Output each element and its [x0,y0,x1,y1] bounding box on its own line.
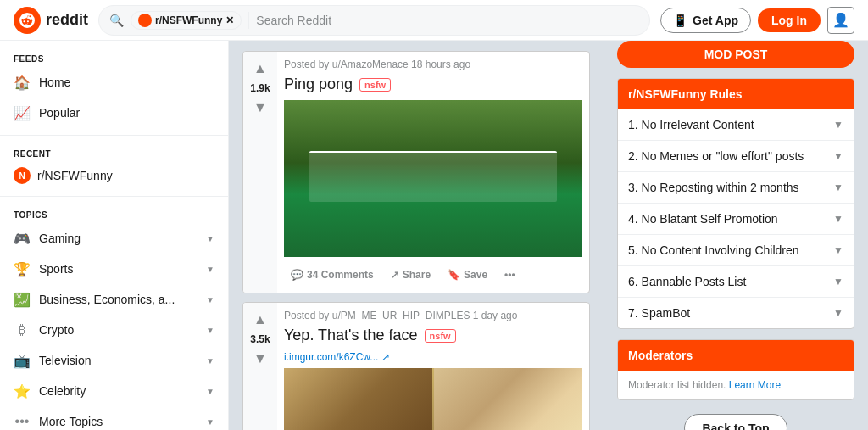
rule-chevron-2: ▼ [833,150,843,162]
external-link-icon: ↗ [381,351,390,363]
popular-icon: 📈 [14,104,31,121]
sports-label: Sports [39,262,198,276]
sidebar-item-popular[interactable]: 📈 Popular [0,98,228,128]
subreddit-dot [138,14,152,27]
sidebar-item-sports[interactable]: 🏆 Sports ▼ [0,254,228,284]
rule-text-2: 2. No Memes or "low effort" posts [628,149,804,163]
login-button[interactable]: Log In [758,8,821,32]
nsfw-funny-icon: N [14,167,31,184]
post-card-1: ▲ 1.9k ▼ Posted by u/AmazoMenace 18 hour… [242,51,590,293]
rule-item-4[interactable]: 4. No Blatant Self Promotion ▼ [618,204,854,235]
rule-chevron-5: ▼ [833,244,843,256]
popular-label: Popular [39,106,214,120]
sidebar-item-crypto[interactable]: ₿ Crypto ▼ [0,315,228,345]
back-to-top: Back to Top [617,414,854,430]
rule-chevron-3: ▼ [833,181,843,193]
learn-more-link[interactable]: Learn More [729,379,781,391]
rule-chevron-4: ▼ [833,213,843,225]
rule-text-3: 3. No Reposting within 2 months [628,181,799,194]
television-icon: 📺 [14,352,31,369]
more-topics-chevron: ▼ [206,417,214,427]
save-button-1[interactable]: 🔖 Save [441,264,494,286]
back-to-top-button[interactable]: Back to Top [684,414,787,430]
rule-text-7: 7. SpamBot [628,306,690,320]
rules-card: r/NSFWFunny Rules 1. No Irrelevant Conte… [617,78,854,329]
sidebar-item-gaming[interactable]: 🎮 Gaming ▼ [0,223,228,254]
rule-item-6[interactable]: 6. Bannable Posts List ▼ [618,266,854,298]
face-cell-2 [434,368,582,430]
sidebar-item-nsfw-funny[interactable]: N r/NSFWFunny [0,162,228,189]
upvote-button-2[interactable]: ▲ [250,310,270,330]
sidebar-item-celebrity[interactable]: ⭐ Celebrity ▼ [0,376,228,406]
vote-column-1: ▲ 1.9k ▼ [243,52,277,293]
sidebar-item-business[interactable]: 💹 Business, Economics, a... ▼ [0,284,228,315]
upvote-button-1[interactable]: ▲ [250,59,270,79]
post-card-2: ▲ 3.5k ▼ Posted by u/PM_ME_UR_HIP_DIMPLE… [242,302,590,430]
sports-icon: 🏆 [14,260,31,277]
vote-count-2: 3.5k [250,333,270,345]
gaming-icon: 🎮 [14,230,31,247]
gaming-label: Gaming [39,232,198,245]
share-button-1[interactable]: ↗ Share [384,264,437,286]
downvote-button-1[interactable]: ▼ [250,98,270,118]
rule-chevron-6: ▼ [833,276,843,288]
right-sidebar: MOD POST r/NSFWFunny Rules 1. No Irrelev… [604,41,868,430]
reddit-logo-icon [14,7,41,34]
post-meta-1: Posted by u/AmazoMenace 18 hours ago [284,59,582,70]
downvote-button-2[interactable]: ▼ [250,349,270,369]
celebrity-label: Celebrity [39,384,198,398]
get-app-button[interactable]: 📱 Get App [660,8,751,33]
face-cell-1 [284,368,432,430]
sidebar-item-television[interactable]: 📺 Television ▼ [0,345,228,376]
header: reddit 🔍 r/NSFWFunny ✕ 📱 Get App Log In … [0,0,868,41]
feeds-section-label: FEEDS [0,47,228,67]
sidebar-item-home[interactable]: 🏠 Home [0,67,228,98]
rule-chevron-7: ▼ [833,307,843,319]
logo-text: reddit [46,11,88,29]
post-image-1 [284,100,582,257]
crypto-label: Crypto [39,323,198,337]
post-actions-1: 💬 34 Comments ↗ Share 🔖 Save ••• [284,264,582,286]
logo[interactable]: reddit [14,7,88,34]
user-menu-button[interactable]: 👤 [827,7,854,34]
divider-2 [0,196,228,197]
post-image-2 [284,368,582,430]
post-link-2[interactable]: i.imgur.com/k6ZCw... ↗ [284,351,582,363]
subreddit-tag[interactable]: r/NSFWFunny ✕ [131,11,242,30]
nsfw-badge-1: nsfw [359,78,391,92]
rule-text-4: 4. No Blatant Self Promotion [628,212,778,226]
rule-item-5[interactable]: 5. No Content Involving Children ▼ [618,235,854,266]
gaming-chevron: ▼ [206,234,214,243]
subreddit-close-icon[interactable]: ✕ [225,14,234,26]
layout: FEEDS 🏠 Home 📈 Popular RECENT N r/NSFWFu… [0,41,868,430]
phone-icon: 📱 [673,14,687,27]
moderators-card: Moderators Moderator list hidden. Learn … [617,339,854,400]
subreddit-name: r/NSFWFunny [155,14,222,26]
home-icon: 🏠 [14,74,31,91]
more-topics-label: More Topics [39,415,198,428]
rule-item-1[interactable]: 1. No Irrelevant Content ▼ [618,109,854,141]
rule-item-2[interactable]: 2. No Memes or "low effort" posts ▼ [618,141,854,172]
more-topics-icon: ••• [14,413,31,430]
sidebar-item-more-topics[interactable]: ••• More Topics ▼ [0,406,228,430]
ping-pong-table [309,151,557,202]
mod-post-button[interactable]: MOD POST [617,41,854,68]
comments-button-1[interactable]: 💬 34 Comments [284,264,381,286]
vote-column-2: ▲ 3.5k ▼ [243,303,277,430]
rules-header: r/NSFWFunny Rules [618,79,854,109]
moderators-header: Moderators [618,340,854,371]
rule-item-7[interactable]: 7. SpamBot ▼ [618,298,854,328]
crypto-chevron: ▼ [206,326,214,335]
rule-text-1: 1. No Irrelevant Content [628,118,754,131]
search-input[interactable] [256,14,639,27]
celebrity-icon: ⭐ [14,383,31,399]
user-icon: 👤 [832,12,849,28]
search-bar[interactable]: 🔍 r/NSFWFunny ✕ [98,5,650,36]
post-title-1: Ping pong nsfw [284,75,582,93]
nsfw-funny-label: r/NSFWFunny [37,169,113,182]
rule-item-3[interactable]: 3. No Reposting within 2 months ▼ [618,172,854,204]
nsfw-badge-2: nsfw [425,329,456,343]
television-label: Television [39,354,198,367]
more-button-1[interactable]: ••• [498,264,522,286]
comments-icon: 💬 [291,269,303,281]
